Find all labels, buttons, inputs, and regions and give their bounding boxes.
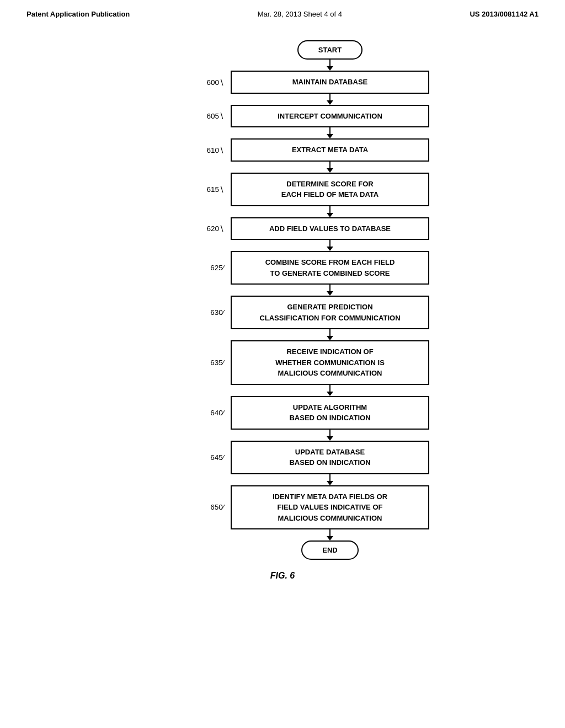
step-600-row: 600∖ MAINTAIN DATABASE [191,71,429,94]
fig-caption: FIG. 6 [270,571,295,581]
step-605-row: 605∖ INTERCEPT COMMUNICATION [191,105,429,128]
step-625-row: 625∕ COMBINE SCORE FROM EACH FIELDTO GEN… [191,251,429,285]
arrow-600-605 [231,94,429,105]
step-650-label: 650∕ [191,503,224,511]
step-620-row: 620∖ ADD FIELD VALUES TO DATABASE [191,217,429,240]
step-600-label: 600∖ [191,78,224,87]
arrow-635-640 [231,385,429,396]
step-630-box: GENERATE PREDICTIONCLASSIFICATION FOR CO… [231,296,429,329]
arrow-650-end [231,529,429,540]
arrow-610-615 [231,162,429,173]
step-615-box: DETERMINE SCORE FOREACH FIELD OF META DA… [231,173,429,206]
step-645-box: UPDATE DATABASEBASED ON INDICATION [231,441,429,474]
step-615-label: 615∖ [191,185,224,194]
arrow-615-620 [231,206,429,217]
step-640-row: 640∕ UPDATE ALGORITHMBASED ON INDICATION [191,396,429,430]
step-650-row: 650∕ IDENTIFY META DATA FIELDS ORFIELD V… [191,485,429,530]
header-center: Mar. 28, 2013 Sheet 4 of 4 [258,10,342,18]
step-645-row: 645∕ UPDATE DATABASEBASED ON INDICATION [191,441,429,474]
end-terminal: END [301,540,358,560]
header-left: Patent Application Publication [26,10,130,18]
step-620-box: ADD FIELD VALUES TO DATABASE [231,217,429,240]
step-635-label: 635∕ [191,358,224,367]
arrow-620-625 [231,240,429,251]
start-terminal-row: START [231,40,429,60]
step-650-box: IDENTIFY META DATA FIELDS ORFIELD VALUES… [231,485,429,530]
arrow-645-650 [231,474,429,485]
step-640-box: UPDATE ALGORITHMBASED ON INDICATION [231,396,429,430]
step-605-label: 605∖ [191,111,224,120]
step-645-label: 645∕ [191,453,224,462]
flow-wrapper: START 600∖ MAINTAIN DATABASE 605∖ INTERC… [103,40,462,560]
page-header: Patent Application Publication Mar. 28, … [0,0,565,24]
arrow-start-600 [231,60,429,71]
start-terminal: START [297,40,363,60]
step-635-row: 635∕ RECEIVE INDICATION OFWHETHER COMMUN… [191,340,429,385]
step-625-label: 625∕ [191,264,224,272]
arrow-605-610 [231,127,429,138]
step-615-row: 615∖ DETERMINE SCORE FOREACH FIELD OF ME… [191,173,429,206]
step-630-label: 630∕ [191,308,224,317]
step-610-row: 610∖ EXTRACT META DATA [191,138,429,162]
step-635-box: RECEIVE INDICATION OFWHETHER COMMUNICATI… [231,340,429,385]
step-605-box: INTERCEPT COMMUNICATION [231,105,429,128]
step-640-label: 640∕ [191,409,224,417]
arrow-640-645 [231,430,429,441]
step-620-label: 620∖ [191,224,224,233]
arrow-625-630 [231,285,429,296]
arrow-630-635 [231,329,429,340]
step-610-box: EXTRACT META DATA [231,138,429,162]
flowchart: START 600∖ MAINTAIN DATABASE 605∖ INTERC… [0,24,565,581]
step-625-box: COMBINE SCORE FROM EACH FIELDTO GENERATE… [231,251,429,285]
end-terminal-row: END [231,540,429,560]
step-610-label: 610∖ [191,146,224,154]
step-600-box: MAINTAIN DATABASE [231,71,429,94]
header-right: US 2013/0081142 A1 [470,10,539,18]
step-630-row: 630∕ GENERATE PREDICTIONCLASSIFICATION F… [191,296,429,329]
